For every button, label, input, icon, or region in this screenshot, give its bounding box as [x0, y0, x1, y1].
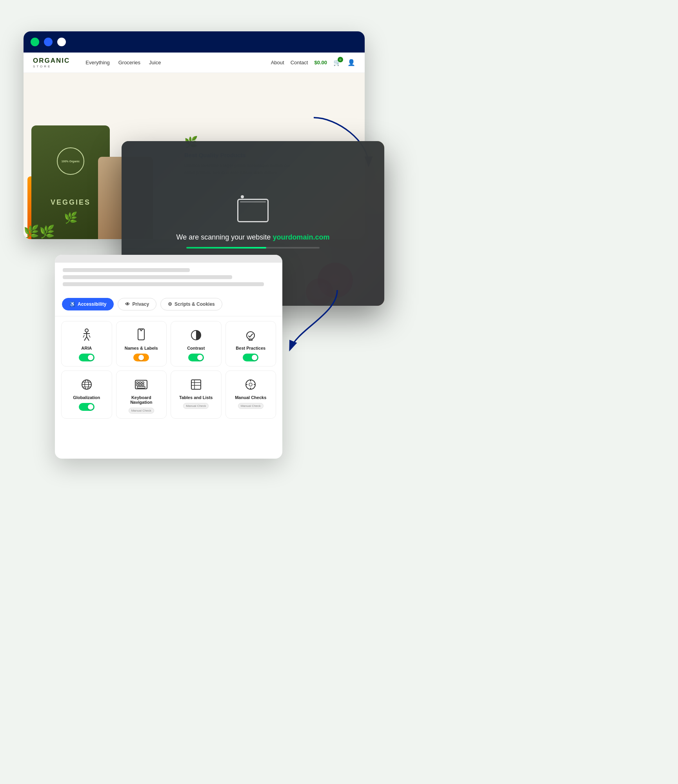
card-names-labels: Names & Labels — [116, 321, 167, 367]
placeholder-section — [55, 263, 282, 292]
svg-line-6 — [89, 335, 90, 338]
manual-checks-manual: Manual Check — [238, 403, 264, 409]
card-tables-lists: Tables and Lists Manual Check — [171, 370, 222, 419]
toggle-knob — [88, 355, 93, 360]
contrast-toggle[interactable] — [188, 354, 204, 361]
privacy-icon: 👁 — [125, 301, 130, 307]
toggle-knob-3 — [197, 355, 203, 360]
placeholder-line-3 — [63, 282, 264, 286]
tables-lists-manual: Manual Check — [183, 403, 209, 409]
tab-scripts-label: Scripts & Cookies — [174, 301, 215, 307]
names-labels-toggle[interactable] — [133, 354, 149, 361]
cart-badge: 0 — [338, 57, 343, 62]
user-icon[interactable]: 👤 — [347, 59, 355, 66]
svg-line-3 — [84, 337, 87, 341]
nav-right: About Contact $0.00 🛒 0 👤 — [271, 59, 355, 66]
cart-price: $0.00 — [314, 60, 327, 65]
nav-groceries[interactable]: Groceries — [118, 60, 140, 65]
bottom-browser-window: ♿ Accessibility 👁 Privacy ⚙ Scripts & Co… — [55, 255, 282, 459]
tab-bar: ♿ Accessibility 👁 Privacy ⚙ Scripts & Co… — [55, 292, 282, 316]
scan-text: We are scanning your website yourdomain.… — [176, 233, 330, 241]
svg-rect-15 — [136, 382, 138, 383]
tab-accessibility[interactable]: ♿ Accessibility — [62, 298, 114, 310]
browser-top-stripe — [55, 255, 282, 263]
nav-everything[interactable]: Everything — [85, 60, 109, 65]
tab-privacy-label: Privacy — [132, 301, 149, 307]
svg-line-4 — [87, 337, 89, 341]
aria-toggle[interactable] — [79, 354, 95, 361]
card-globalization: Globalization — [61, 370, 112, 419]
logo-sub: STORE — [33, 65, 51, 68]
card-keyboard-navigation: Keyboard Navigation Manual Check — [116, 370, 167, 419]
scripts-icon: ⚙ — [168, 301, 172, 307]
nav-contact[interactable]: Contact — [291, 60, 308, 65]
tab-privacy[interactable]: 👁 Privacy — [118, 298, 156, 310]
keyboard-navigation-manual: Manual Check — [129, 408, 154, 414]
toggle-knob-4 — [252, 355, 257, 360]
names-labels-icon — [134, 328, 149, 343]
card-aria: ARIA — [61, 321, 112, 367]
placeholder-line-1 — [63, 268, 190, 272]
best-practices-toggle[interactable] — [243, 354, 258, 361]
svg-rect-20 — [142, 384, 144, 386]
logo-text: ORGANIC — [33, 57, 70, 65]
bottom-greens: 🌿🌿 — [24, 224, 55, 239]
best-practices-icon — [243, 328, 258, 343]
tables-lists-label: Tables and Lists — [179, 395, 213, 400]
tab-scripts-cookies[interactable]: ⚙ Scripts & Cookies — [160, 298, 222, 310]
card-contrast: Contrast — [171, 321, 222, 367]
dot-white[interactable] — [57, 38, 66, 46]
scan-progress-fill — [186, 247, 266, 249]
title-bar — [24, 31, 365, 53]
card-best-practices: Best Practices — [225, 321, 276, 367]
tables-lists-icon — [189, 377, 204, 392]
dot-green[interactable] — [31, 38, 39, 46]
svg-rect-19 — [139, 384, 141, 386]
scan-progress-bar — [186, 247, 320, 249]
dot-blue[interactable] — [44, 38, 53, 46]
globalization-toggle[interactable] — [79, 403, 95, 411]
badge-text: 100% Organic — [62, 160, 80, 163]
scan-label: We are scanning your website — [176, 233, 273, 241]
svg-line-5 — [83, 335, 84, 338]
nav-juice[interactable]: Juice — [149, 60, 161, 65]
best-practices-label: Best Practices — [236, 346, 265, 350]
svg-rect-22 — [191, 380, 201, 389]
placeholder-line-2 — [63, 275, 232, 279]
nav-links: Everything Groceries Juice — [85, 60, 271, 65]
toggle-knob-5 — [88, 404, 93, 410]
contrast-label: Contrast — [187, 346, 205, 350]
svg-rect-16 — [139, 382, 141, 383]
nav-bar: ORGANIC STORE Everything Groceries Juice… — [24, 53, 365, 73]
contrast-icon — [189, 328, 204, 343]
cart-icon-wrap[interactable]: 🛒 0 — [333, 59, 341, 66]
svg-point-0 — [85, 329, 88, 332]
veggies-badge: 100% Organic — [57, 147, 84, 175]
card-manual-checks: Manual Checks Manual Check — [225, 370, 276, 419]
svg-rect-18 — [136, 384, 138, 386]
globalization-icon — [79, 377, 94, 392]
scan-browser-icon — [237, 199, 269, 222]
svg-point-27 — [249, 383, 252, 386]
nav-about[interactable]: About — [271, 60, 284, 65]
accessibility-icon: ♿ — [69, 301, 75, 307]
globalization-label: Globalization — [73, 395, 100, 400]
manual-checks-icon — [243, 377, 258, 392]
aria-label: ARIA — [81, 346, 92, 350]
svg-rect-17 — [142, 382, 144, 383]
cards-grid: ARIA Names & Labels — [55, 316, 282, 423]
manual-checks-label: Manual Checks — [235, 395, 266, 400]
keyboard-navigation-icon — [134, 377, 149, 392]
toggle-knob-2 — [138, 355, 144, 360]
tab-accessibility-label: Accessibility — [78, 301, 106, 307]
svg-rect-21 — [137, 387, 145, 388]
site-logo: ORGANIC STORE — [33, 57, 70, 68]
keyboard-navigation-label: Keyboard Navigation — [120, 395, 163, 405]
names-labels-label: Names & Labels — [125, 346, 158, 350]
scan-domain: yourdomain.com — [273, 233, 329, 241]
veggies-text: VEGGIES — [51, 198, 91, 207]
bag-leaf-icon: 🌿 — [64, 211, 78, 224]
aria-icon — [79, 328, 94, 343]
